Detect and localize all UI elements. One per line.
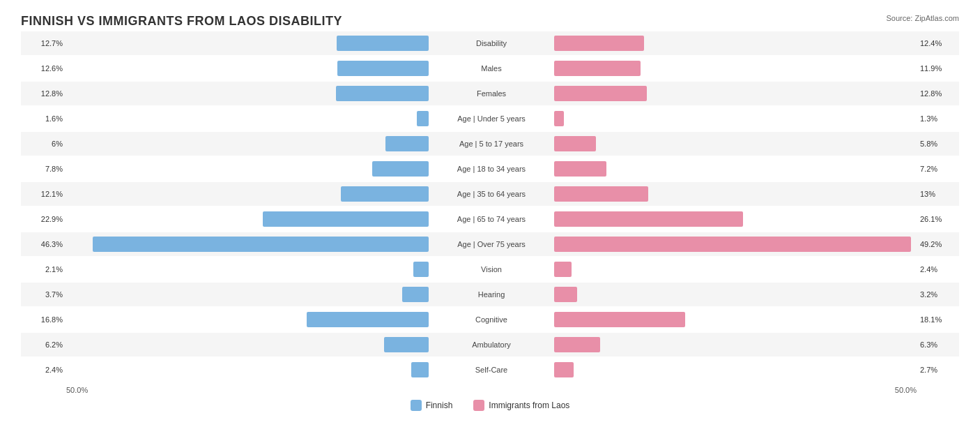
bar-label: Disability: [429, 39, 554, 47]
finnish-color-box: [411, 400, 422, 411]
left-value: 2.4%: [21, 366, 66, 374]
left-bar: [307, 312, 429, 327]
right-bar-container: [554, 161, 917, 177]
left-bar: [413, 262, 429, 277]
right-bar-container: [554, 36, 917, 51]
bar-row: 3.7% Hearing 3.2%: [21, 283, 959, 306]
right-value: 11.9%: [917, 64, 962, 73]
right-value: 7.2%: [917, 165, 962, 173]
right-bar: [554, 36, 644, 51]
bar-label: Age | Over 75 years: [429, 240, 554, 248]
bar-label: Males: [429, 64, 554, 73]
left-bar-container: [66, 262, 429, 277]
bar-label: Hearing: [429, 290, 554, 299]
left-value: 2.1%: [21, 265, 66, 274]
right-bar: [554, 186, 648, 202]
legend: Finnish Immigrants from Laos: [21, 400, 959, 411]
left-value: 1.6%: [21, 114, 66, 123]
bar-label: Age | 5 to 17 years: [429, 140, 554, 148]
right-bar-container: [554, 111, 917, 126]
left-value: 7.8%: [21, 165, 66, 173]
bar-label: Age | 18 to 34 years: [429, 165, 554, 173]
right-bar-container: [554, 262, 917, 277]
right-bar-container: [554, 136, 917, 151]
left-value: 16.8%: [21, 315, 66, 324]
left-bar-container: [66, 136, 429, 151]
left-bar-container: [66, 111, 429, 126]
left-bar-container: [66, 337, 429, 352]
bar-row: 1.6% Age | Under 5 years 1.3%: [21, 107, 959, 130]
right-bar-container: [554, 287, 917, 302]
right-value: 12.4%: [917, 39, 962, 47]
left-bar: [337, 61, 429, 76]
legend-finnish: Finnish: [411, 400, 453, 411]
x-left-label: 50.0%: [66, 386, 88, 394]
chart-area: 12.7% Disability 12.4% 12.6% Males 11.9%…: [21, 31, 959, 382]
left-bar: [411, 362, 429, 377]
left-value: 3.7%: [21, 290, 66, 299]
bar-label: Age | 65 to 74 years: [429, 215, 554, 223]
left-bar: [263, 211, 429, 227]
immigrants-color-box: [473, 400, 484, 411]
right-bar-container: [554, 337, 917, 352]
left-bar-container: [66, 312, 429, 327]
right-bar: [554, 111, 564, 126]
left-value: 46.3%: [21, 240, 66, 248]
right-bar-container: [554, 362, 917, 377]
left-bar: [341, 186, 429, 202]
bar-label: Age | Under 5 years: [429, 114, 554, 123]
right-bar-container: [554, 312, 917, 327]
right-value: 13%: [917, 190, 962, 198]
x-right-label: 50.0%: [895, 386, 917, 394]
right-bar: [554, 262, 572, 277]
left-value: 22.9%: [21, 215, 66, 223]
right-bar-container: [554, 237, 917, 252]
left-bar-container: [66, 362, 429, 377]
left-bar-container: [66, 237, 429, 252]
right-value: 5.8%: [917, 140, 962, 148]
right-value: 2.7%: [917, 366, 962, 374]
bar-row: 12.7% Disability 12.4%: [21, 31, 959, 55]
bar-label: Ambulatory: [429, 340, 554, 349]
right-value: 12.8%: [917, 89, 962, 98]
right-value: 6.3%: [917, 340, 962, 349]
left-value: 12.6%: [21, 64, 66, 73]
chart-title: FINNISH VS IMMIGRANTS FROM LAOS DISABILI…: [21, 14, 342, 29]
bar-row: 6.2% Ambulatory 6.3%: [21, 333, 959, 357]
left-value: 12.7%: [21, 39, 66, 47]
right-bar: [554, 161, 606, 177]
left-bar-container: [66, 161, 429, 177]
left-bar: [337, 36, 429, 51]
x-axis: 50.0% 50.0%: [21, 386, 959, 394]
left-bar-container: [66, 61, 429, 76]
bar-row: 16.8% Cognitive 18.1%: [21, 308, 959, 331]
right-bar: [554, 136, 596, 151]
right-bar: [554, 61, 641, 76]
finnish-label: Finnish: [426, 400, 453, 410]
right-value: 2.4%: [917, 265, 962, 274]
bar-row: 12.8% Females 12.8%: [21, 82, 959, 105]
bar-label: Age | 35 to 64 years: [429, 190, 554, 198]
right-bar-container: [554, 186, 917, 202]
chart-container: FINNISH VS IMMIGRANTS FROM LAOS DISABILI…: [21, 14, 959, 411]
right-value: 18.1%: [917, 315, 962, 324]
left-value: 6%: [21, 140, 66, 148]
left-value: 12.1%: [21, 190, 66, 198]
bar-row: 46.3% Age | Over 75 years 49.2%: [21, 232, 959, 256]
right-bar: [554, 312, 685, 327]
bar-row: 7.8% Age | 18 to 34 years 7.2%: [21, 157, 959, 181]
source-label: Source: ZipAtlas.com: [886, 14, 959, 22]
left-value: 6.2%: [21, 340, 66, 349]
right-value: 3.2%: [917, 290, 962, 299]
left-bar: [402, 287, 429, 302]
left-bar: [384, 337, 429, 352]
left-bar: [93, 237, 429, 252]
bar-row: 22.9% Age | 65 to 74 years 26.1%: [21, 207, 959, 231]
left-value: 12.8%: [21, 89, 66, 98]
bar-row: 2.1% Vision 2.4%: [21, 257, 959, 281]
left-bar-container: [66, 36, 429, 51]
right-bar: [554, 287, 577, 302]
bar-label: Cognitive: [429, 315, 554, 324]
left-bar-container: [66, 287, 429, 302]
bar-row: 2.4% Self-Care 2.7%: [21, 358, 959, 382]
